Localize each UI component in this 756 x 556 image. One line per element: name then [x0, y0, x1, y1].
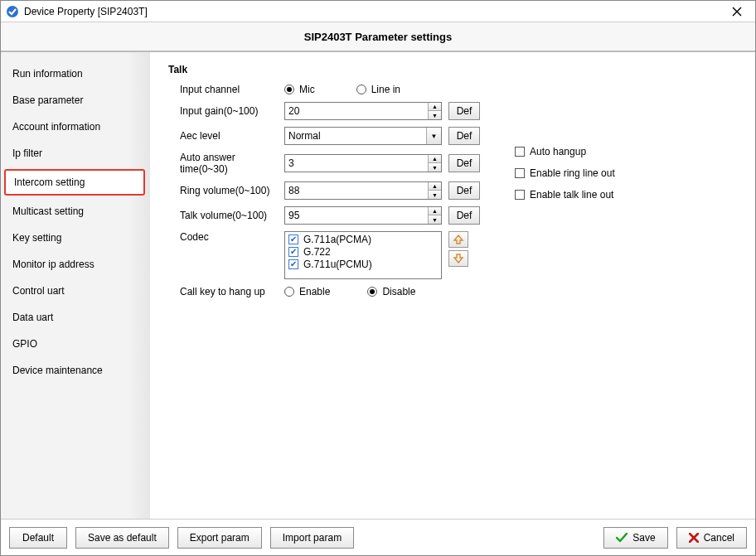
- spinner: ▲ ▼: [428, 103, 441, 119]
- sidebar-item-label: Account information: [12, 121, 100, 133]
- codec-item[interactable]: ✔ G.722: [288, 246, 438, 258]
- radio-dot-icon: [356, 85, 366, 94]
- sidebar-item-label: Ip filter: [12, 147, 42, 159]
- save-as-default-button[interactable]: Save as default: [75, 527, 169, 549]
- sidebar-item-label: Base parameter: [12, 94, 83, 106]
- auto-answer-field[interactable]: ▲ ▼: [284, 154, 442, 172]
- row-input-gain: Input gain(0~100) ▲ ▼ Def: [168, 102, 740, 120]
- label-codec: Codec: [168, 231, 284, 243]
- radio-label: Disable: [382, 286, 415, 297]
- x-icon: [689, 533, 699, 543]
- radio-call-key-disable[interactable]: Disable: [367, 286, 415, 297]
- row-call-key-hangup: Call key to hang up Enable Disable: [168, 286, 740, 297]
- sidebar-item-label: Monitor ip address: [12, 259, 94, 270]
- sidebar-item-ip-filter[interactable]: Ip filter: [1, 140, 150, 167]
- aec-level-value[interactable]: [285, 128, 426, 144]
- spinner: ▲ ▼: [428, 207, 441, 224]
- talk-volume-field[interactable]: ▲ ▼: [284, 206, 442, 225]
- sidebar-item-intercom-setting[interactable]: Intercom setting: [4, 169, 145, 196]
- sidebar-item-label: Intercom setting: [14, 176, 85, 188]
- row-input-channel: Input channel Mic Line in: [168, 84, 740, 95]
- codec-item-label: G.722: [303, 246, 331, 258]
- ring-volume-input[interactable]: [285, 182, 428, 199]
- codec-reorder-buttons: [448, 231, 468, 267]
- spin-up-button[interactable]: ▲: [429, 182, 441, 191]
- checkbox-icon[interactable]: ✔: [288, 234, 298, 244]
- checkbox-icon[interactable]: ✔: [288, 247, 298, 257]
- cancel-button[interactable]: Cancel: [676, 527, 747, 549]
- sidebar-item-data-uart[interactable]: Data uart: [1, 304, 150, 331]
- def-button-auto-answer[interactable]: Def: [448, 154, 480, 172]
- move-up-button[interactable]: [448, 231, 468, 248]
- spin-up-button[interactable]: ▲: [429, 103, 441, 111]
- ring-volume-field[interactable]: ▲ ▼: [284, 181, 442, 200]
- input-gain-input[interactable]: [285, 103, 428, 119]
- import-param-button[interactable]: Import param: [270, 527, 354, 549]
- checkbox-auto-hangup[interactable]: Auto hangup: [515, 146, 615, 157]
- row-codec: Codec ✔ G.711a(PCMA) ✔ G.722 ✔: [168, 231, 740, 279]
- checkbox-enable-ring-line-out[interactable]: Enable ring line out: [515, 167, 615, 179]
- checkbox-label: Auto hangup: [530, 146, 586, 157]
- checkbox-icon[interactable]: ✔: [288, 259, 298, 269]
- spinner: ▲ ▼: [428, 182, 441, 199]
- def-button-input-gain[interactable]: Def: [448, 102, 480, 120]
- input-gain-field[interactable]: ▲ ▼: [284, 102, 442, 120]
- close-button[interactable]: [724, 3, 750, 20]
- close-icon: [732, 7, 742, 17]
- talk-volume-input[interactable]: [285, 207, 428, 224]
- radio-input-channel-mic[interactable]: Mic: [284, 84, 315, 95]
- label-input-channel: Input channel: [168, 84, 284, 95]
- spin-down-button[interactable]: ▼: [429, 191, 441, 199]
- chevron-down-icon: ▼: [431, 133, 438, 140]
- checkbox-box-icon: [515, 168, 525, 178]
- sidebar-item-base-parameter[interactable]: Base parameter: [1, 87, 150, 114]
- codec-item[interactable]: ✔ G.711a(PCMA): [288, 234, 438, 245]
- sidebar-item-label: Key setting: [12, 232, 61, 244]
- default-button[interactable]: Default: [9, 527, 67, 549]
- radio-dot-icon: [367, 287, 377, 297]
- sidebar-item-key-setting[interactable]: Key setting: [1, 225, 150, 251]
- radio-input-channel-linein[interactable]: Line in: [356, 84, 400, 95]
- spin-up-button[interactable]: ▲: [429, 207, 441, 215]
- codec-listbox[interactable]: ✔ G.711a(PCMA) ✔ G.722 ✔ G.711u(PCMU): [284, 231, 442, 279]
- def-button-aec-level[interactable]: Def: [448, 127, 480, 145]
- spin-up-button[interactable]: ▲: [429, 155, 441, 163]
- arrow-up-icon: [453, 234, 464, 244]
- sidebar-item-gpio[interactable]: GPIO: [1, 331, 150, 357]
- label-ring-volume: Ring volume(0~100): [168, 185, 284, 196]
- sidebar-item-label: GPIO: [12, 338, 37, 350]
- spin-down-button[interactable]: ▼: [429, 163, 441, 172]
- sidebar-item-label: Device maintenance: [12, 365, 103, 376]
- move-down-button[interactable]: [448, 250, 468, 267]
- sidebar-item-label: Run information: [12, 68, 83, 80]
- aec-level-select[interactable]: ▼: [284, 127, 442, 145]
- radio-dot-icon: [284, 85, 294, 94]
- sidebar-item-account-information[interactable]: Account information: [1, 114, 150, 140]
- auto-answer-input[interactable]: [285, 155, 428, 172]
- checkbox-enable-talk-line-out[interactable]: Enable talk line out: [515, 189, 615, 201]
- def-button-talk-volume[interactable]: Def: [448, 206, 480, 225]
- body: Run information Base parameter Account i…: [1, 52, 755, 519]
- dropdown-button[interactable]: ▼: [426, 128, 441, 144]
- codec-item[interactable]: ✔ G.711u(PCMU): [288, 259, 438, 270]
- codec-item-label: G.711u(PCMU): [303, 259, 372, 270]
- device-property-window: Device Property [SIP2403T] SIP2403T Para…: [0, 0, 756, 556]
- spin-down-button[interactable]: ▼: [429, 215, 441, 224]
- save-button[interactable]: Save: [603, 527, 667, 549]
- sidebar-item-run-information[interactable]: Run information: [1, 60, 150, 87]
- def-button-ring-volume[interactable]: Def: [448, 181, 480, 200]
- sidebar-item-label: Control uart: [12, 285, 65, 297]
- sidebar-item-multicast-setting[interactable]: Multicast setting: [1, 198, 150, 225]
- label-call-key-hangup: Call key to hang up: [168, 286, 284, 297]
- row-auto-answer: Auto answer time(0~30) ▲ ▼ Def: [168, 152, 740, 175]
- label-auto-answer: Auto answer time(0~30): [168, 152, 284, 175]
- sidebar-item-control-uart[interactable]: Control uart: [1, 278, 150, 304]
- page-header: SIP2403T Parameter settings: [1, 22, 755, 52]
- sidebar-item-monitor-ip-address[interactable]: Monitor ip address: [1, 251, 150, 278]
- radio-call-key-enable[interactable]: Enable: [284, 286, 330, 297]
- spinner: ▲ ▼: [428, 155, 441, 172]
- sidebar-item-device-maintenance[interactable]: Device maintenance: [1, 357, 150, 384]
- spin-down-button[interactable]: ▼: [429, 111, 441, 119]
- content-panel: Talk Input channel Mic Line in Inpu: [150, 52, 755, 519]
- export-param-button[interactable]: Export param: [177, 527, 262, 549]
